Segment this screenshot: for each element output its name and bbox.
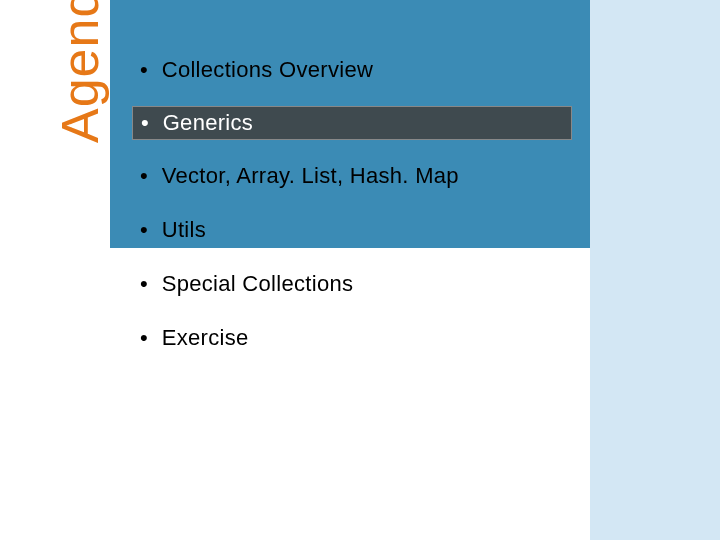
list-item: • Exercise	[132, 320, 572, 356]
slide-title: Agenda	[50, 0, 110, 143]
bullet-label: Vector, Array. List, Hash. Map	[162, 163, 459, 189]
list-item: • Collections Overview	[132, 52, 572, 88]
bullet-label: Special Collections	[162, 271, 354, 297]
bullet-icon: •	[140, 165, 148, 187]
bullet-icon: •	[140, 219, 148, 241]
list-item-highlighted: • Generics	[132, 106, 572, 140]
bullet-label: Collections Overview	[162, 57, 373, 83]
bullet-icon: •	[141, 112, 149, 134]
bullet-list: • Collections Overview • Generics • Vect…	[132, 52, 572, 374]
slide: Agenda • Collections Overview • Generics…	[0, 0, 720, 540]
list-item: • Utils	[132, 212, 572, 248]
bullet-label: Generics	[163, 110, 253, 136]
bullet-icon: •	[140, 327, 148, 349]
bullet-icon: •	[140, 59, 148, 81]
bullet-label: Utils	[162, 217, 206, 243]
list-item: • Special Collections	[132, 266, 572, 302]
right-accent-panel	[590, 0, 720, 540]
bullet-label: Exercise	[162, 325, 249, 351]
bullet-icon: •	[140, 273, 148, 295]
list-item: • Vector, Array. List, Hash. Map	[132, 158, 572, 194]
